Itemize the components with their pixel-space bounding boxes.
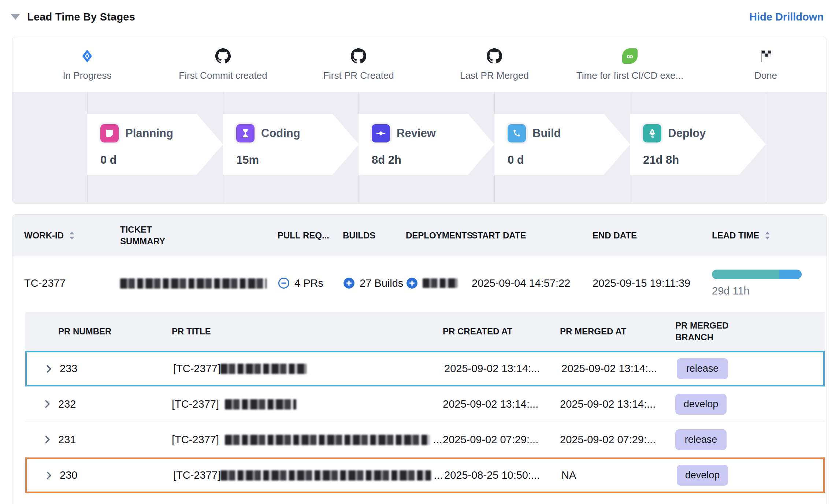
stage-name: Deploy	[668, 127, 706, 140]
chevron-right-icon[interactable]	[43, 470, 60, 481]
branch-badge: develop	[675, 394, 727, 415]
lead-time-bar	[712, 270, 802, 279]
page-title: Lead Time By Stages	[27, 11, 135, 23]
pr-row-231[interactable]: 231 [TC-2377] ... 2025-09-02 07:29:... 2…	[25, 422, 825, 457]
sort-icon[interactable]	[764, 231, 771, 240]
pr-title-cell: [TC-2377]	[172, 398, 443, 410]
sort-icon[interactable]	[69, 231, 75, 240]
stage-duration: 0 d	[508, 153, 630, 167]
deployments-cell[interactable]	[406, 277, 472, 289]
chevron-right-icon[interactable]	[42, 434, 58, 445]
lead-time-bar-segment-1	[712, 270, 779, 279]
marker-label: First PR Created	[289, 70, 428, 81]
pr-table: PR NUMBER PR TITLE PR CREATED AT PR MERG…	[25, 312, 825, 493]
stage-planning: Planning 0 d	[87, 114, 223, 175]
pr-merged-cell: 2025-09-02 13:14:...	[561, 363, 677, 375]
ticket-summary-header: TICKET SUMMARY	[120, 224, 171, 248]
branch-badge: release	[675, 429, 727, 450]
lead-time-bar-segment-2	[779, 270, 802, 279]
hide-drilldown-link[interactable]: Hide Drilldown	[749, 11, 824, 23]
pr-number-cell: 230	[60, 469, 173, 481]
pr-row-233[interactable]: 233 [TC-2377] 2025-09-02 13:14:... 2025-…	[25, 351, 825, 386]
stage-review: Review 8d 2h	[359, 114, 494, 175]
header-label: LEAD TIME	[712, 230, 759, 241]
pull-requests-cell[interactable]: 4 PRs	[278, 277, 343, 289]
jira-in-progress-icon	[18, 47, 157, 66]
lead-time-header[interactable]: LEAD TIME	[712, 230, 827, 241]
pull-requests-count: 4 PRs	[294, 277, 323, 289]
work-items-table: WORK-ID TICKET SUMMARY PULL REQ... BUILD…	[12, 214, 827, 504]
lead-time-stages-card: In Progress First Commit created First P…	[12, 37, 827, 204]
pr-title-cell: [TC-2377]	[173, 363, 444, 375]
pr-row-230[interactable]: 230 [TC-2377] ... 2025-08-25 10:50:... N…	[25, 457, 825, 493]
marker-cicd: ∞ Time for first CI/CD exe...	[560, 47, 699, 81]
pr-created-header: PR CREATED AT	[443, 326, 560, 337]
expand-circle-icon[interactable]	[343, 277, 355, 289]
pr-title-suffix: ...	[433, 434, 442, 445]
github-icon	[289, 47, 428, 66]
lead-time-cell: 29d 11h	[712, 270, 827, 297]
collapse-triangle-icon[interactable]	[11, 14, 20, 20]
pr-title-prefix: [TC-2377]	[172, 398, 219, 410]
end-date-header: END DATE	[593, 230, 712, 241]
stage-duration: 8d 2h	[372, 153, 494, 167]
github-icon	[425, 47, 564, 66]
pr-created-cell: 2025-09-02 13:14:...	[444, 363, 561, 375]
marker-label: Time for first CI/CD exe...	[560, 70, 699, 81]
builds-cell[interactable]: 27 Builds	[343, 277, 406, 289]
drilldown-header: Lead Time By Stages Hide Drilldown	[0, 0, 839, 26]
stage-coding: Coding 15m	[223, 114, 359, 175]
pr-created-cell: 2025-09-02 07:29:...	[443, 434, 560, 446]
marker-label: First Commit created	[153, 70, 293, 81]
lead-time-value: 29d 11h	[712, 285, 827, 297]
marker-first-commit: First Commit created	[153, 47, 293, 81]
pr-merged-header: PR MERGED AT	[560, 326, 675, 337]
marker-label: Done	[696, 70, 827, 81]
ticket-summary-cell	[120, 277, 278, 289]
commit-diamond-icon	[372, 124, 390, 142]
stage-name: Build	[532, 127, 561, 140]
marker-in-progress: In Progress	[18, 47, 157, 81]
pr-created-cell: 2025-09-02 13:14:...	[443, 398, 560, 410]
rocket-icon	[643, 124, 661, 142]
stage-name: Review	[397, 127, 436, 140]
stage-duration: 0 d	[100, 153, 223, 167]
work-item-row[interactable]: TC-2377 4 PRs 27 Builds 2025-09-04 14:57…	[12, 256, 827, 310]
expand-circle-icon[interactable]	[406, 277, 418, 289]
pull-requests-header: PULL REQ...	[278, 230, 343, 241]
deployments-header: DEPLOYMENTS	[406, 230, 472, 241]
marker-first-pr: First PR Created	[289, 47, 428, 81]
marker-label: In Progress	[18, 70, 157, 81]
pr-number-cell: 233	[60, 363, 173, 375]
stage-name: Planning	[125, 127, 173, 140]
work-id-header[interactable]: WORK-ID	[24, 230, 120, 241]
pr-row-232[interactable]: 232 [TC-2377] 2025-09-02 13:14:... 2025-…	[25, 386, 825, 422]
chevron-right-icon[interactable]	[42, 399, 58, 410]
branch-icon	[508, 124, 526, 142]
pr-title-header: PR TITLE	[172, 326, 443, 337]
pr-created-cell: 2025-08-25 10:50:...	[444, 469, 561, 481]
branch-badge: release	[677, 358, 728, 379]
pr-merged-cell: 2025-09-02 07:29:...	[560, 434, 675, 446]
stage-duration: 21d 8h	[643, 153, 766, 167]
work-table-header: WORK-ID TICKET SUMMARY PULL REQ... BUILD…	[12, 215, 827, 256]
collapse-circle-icon[interactable]	[278, 277, 290, 289]
pr-table-header: PR NUMBER PR TITLE PR CREATED AT PR MERG…	[25, 312, 825, 351]
pr-number-cell: 231	[58, 434, 172, 446]
redacted-text	[220, 470, 431, 481]
stage-deploy: Deploy 21d 8h	[630, 114, 766, 175]
chevron-right-icon[interactable]	[43, 363, 60, 374]
column-divider	[766, 92, 766, 203]
stage-build: Build 0 d	[494, 114, 630, 175]
redacted-text	[225, 399, 296, 410]
pr-title-prefix: [TC-2377]	[173, 469, 220, 481]
branch-badge: develop	[677, 465, 728, 486]
work-id-cell: TC-2377	[24, 277, 120, 289]
redacted-text	[120, 278, 267, 289]
github-icon	[153, 47, 293, 66]
stage-name: Coding	[261, 127, 300, 140]
hourglass-icon	[236, 124, 255, 142]
pr-number-cell: 232	[58, 398, 172, 410]
pr-branch-header: PR MERGED BRANCH	[675, 320, 734, 344]
end-date-cell: 2025-09-15 19:11:39	[593, 277, 712, 289]
